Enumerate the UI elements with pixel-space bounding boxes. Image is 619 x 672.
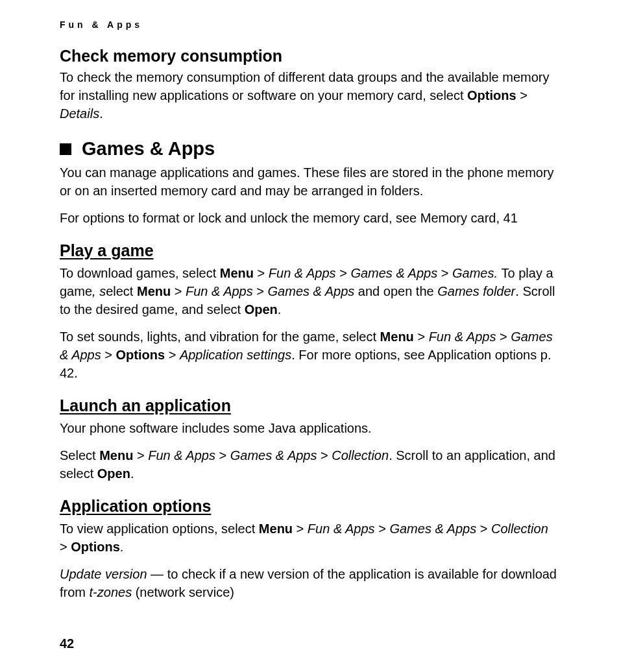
text: To view application options, select (60, 522, 259, 536)
text: > (133, 448, 148, 462)
text: > (215, 448, 230, 462)
ui-path-bold: Options (71, 540, 120, 554)
ui-path-italic: Fun & Apps (308, 522, 375, 536)
games-apps-paragraph-1: You can manage applications and games. T… (60, 163, 559, 200)
ui-path-italic: Collection (332, 448, 389, 462)
launch-app-paragraph-2: Select Menu > Fun & Apps > Games & Apps … (60, 446, 559, 483)
text: > (171, 284, 186, 298)
ui-path-italic: Fun & Apps (186, 284, 253, 298)
text: . (99, 106, 103, 121)
ui-path-italic: Fun & Apps (429, 330, 496, 344)
heading-application-options: Application options (60, 497, 559, 516)
ui-path-bold: Menu (220, 266, 254, 280)
ui-path-italic: Games & Apps (350, 266, 437, 280)
ui-path-italic: Games & Apps (268, 284, 355, 298)
text: > (336, 266, 351, 280)
heading-text: Games & Apps (82, 138, 215, 160)
app-options-paragraph-1: To view application options, select Menu… (60, 520, 559, 556)
ui-path-italic: Fun & Apps (269, 266, 336, 280)
ui-path-bold: Menu (259, 522, 293, 536)
page-number: 42 (60, 636, 74, 651)
heading-check-memory: Check memory consumption (60, 47, 559, 66)
ui-path-italic: Details (60, 106, 99, 121)
ui-path-bold: Menu (99, 448, 133, 462)
check-memory-paragraph: To check the memory consumption of diffe… (60, 68, 559, 123)
document-page: Fun & Apps Check memory consumption To c… (0, 0, 619, 601)
text: and open the (354, 284, 437, 298)
play-game-paragraph-1: To download games, select Menu > Fun & A… (60, 264, 559, 318)
text: To set sounds, lights, and vibration for… (60, 330, 380, 344)
text: > (165, 348, 180, 362)
play-game-paragraph-2: To set sounds, lights, and vibration for… (60, 328, 559, 382)
launch-app-paragraph-1: Your phone software includes some Java a… (60, 419, 559, 437)
ui-path-bold: Options (467, 88, 516, 102)
heading-play-a-game: Play a game (60, 241, 559, 260)
heading-launch-application: Launch an application (60, 396, 559, 415)
text: > (414, 330, 429, 344)
text: > (437, 266, 452, 280)
ui-path-italic: Games & Apps (389, 522, 476, 536)
ui-path-italic: Games. (452, 266, 502, 280)
text: > (101, 348, 116, 362)
text-italic: t-zones (90, 585, 132, 599)
text: > (60, 540, 71, 554)
text: > (476, 522, 491, 536)
ui-path-italic: Fun & Apps (148, 448, 215, 462)
text-italic: , s (92, 284, 106, 298)
app-options-paragraph-2: Update version — to check if a new versi… (60, 565, 559, 601)
text: > (516, 88, 528, 102)
text: elect (106, 284, 137, 298)
ui-path-bold: Open (97, 466, 130, 481)
text: (network service) (132, 585, 234, 599)
ui-path-italic: Collection (491, 522, 548, 536)
text: > (254, 266, 269, 280)
text: . (278, 302, 282, 317)
text: > (293, 522, 308, 536)
text: . (130, 466, 134, 481)
running-header: Fun & Apps (60, 19, 559, 30)
text: > (375, 522, 390, 536)
text: To download games, select (60, 266, 220, 280)
text: > (496, 330, 511, 344)
text: . (120, 540, 124, 554)
option-name-italic: Update version (60, 567, 147, 581)
ui-path-bold: Menu (137, 284, 171, 298)
square-bullet-icon (60, 143, 71, 155)
text: Select (60, 448, 99, 462)
heading-games-apps: Games & Apps (60, 138, 559, 160)
text: > (253, 284, 268, 298)
ui-path-bold: Open (245, 302, 278, 317)
ui-path-italic: Games & Apps (230, 448, 317, 462)
ui-path-bold: Menu (380, 330, 414, 344)
text: > (317, 448, 332, 462)
ui-path-italic: Games folder (437, 284, 515, 298)
ui-path-bold: Options (116, 348, 165, 362)
ui-path-italic: Application settings (180, 348, 291, 362)
games-apps-paragraph-2: For options to format or lock and unlock… (60, 209, 559, 227)
